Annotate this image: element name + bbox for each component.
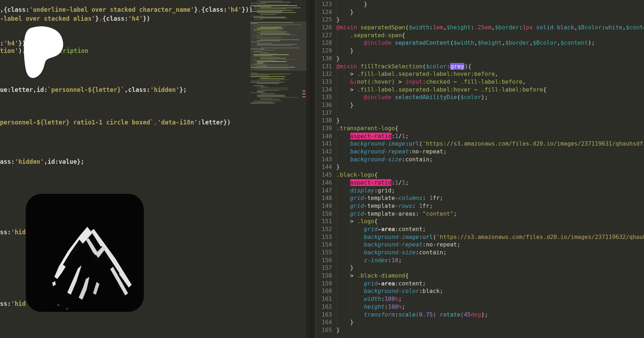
code-text[interactable]: width:100%;	[336, 295, 402, 303]
code-text[interactable]: @include separatedContent($width,$height…	[336, 39, 595, 47]
code-line[interactable]: -label over stacked alias'},{class:'h4'}…	[0, 15, 150, 23]
code-text[interactable]: @mixin fillTrackSelection($color:grey){	[336, 63, 472, 70]
code-text[interactable]: z-index:10;	[336, 256, 402, 264]
code-line[interactable]: 141 background-image:url('https://s3.ama…	[316, 140, 644, 148]
code-text[interactable]: }	[336, 101, 353, 109]
code-line[interactable]: ue:letter,id:`personnel-${letter}`,class…	[0, 86, 187, 94]
code-line[interactable]: 155 background-size:contain;	[316, 249, 644, 256]
code-text[interactable]: background-image:url('https://s3.amazona…	[336, 140, 644, 148]
pane-divider[interactable]	[306, 0, 316, 338]
code-line[interactable]: 157 }	[316, 264, 644, 272]
code-text[interactable]: }	[336, 326, 340, 334]
code-line[interactable]: 139.transparent-logo{	[316, 124, 644, 132]
code-line[interactable]: 158 > .black-diamond{	[316, 272, 644, 280]
right-editor-pane[interactable]: 123 }124 }125}126@mixin separatedSpan($w…	[316, 0, 644, 338]
code-line[interactable]: 163 transform:scale(0.75) rotate(45deg);	[316, 311, 644, 319]
code-line[interactable]: 130}	[316, 55, 644, 63]
code-text[interactable]: .black-logo{	[336, 171, 378, 179]
code-line[interactable]: 131@mixin fillTrackSelection($color:grey…	[316, 63, 644, 70]
code-token: (	[450, 39, 454, 46]
code-line[interactable]: ss:'hid	[0, 228, 26, 236]
code-text[interactable]: @mixin separatedSpan($width:1em,$height:…	[336, 24, 644, 31]
code-line[interactable]: 161 width:100%;	[316, 295, 644, 303]
code-text[interactable]: @include selectedAbilityDie($color);	[336, 93, 488, 101]
code-line[interactable]: ,{class:'underline-label over stacked ch…	[0, 6, 253, 14]
code-line[interactable]: 149 grid-template-rows: 1fr;	[316, 202, 644, 210]
code-text[interactable]: grid-template-rows: 1fr;	[336, 202, 433, 210]
code-text[interactable]: background-size:contain;	[336, 156, 433, 163]
code-line[interactable]: 138}	[316, 117, 644, 124]
code-text[interactable]: background-repeat:no-repeat;	[336, 148, 447, 156]
code-line[interactable]: 162 height:100%;	[316, 303, 644, 311]
code-line[interactable]: 135 @include selectedAbilityDie($color);	[316, 93, 644, 101]
code-text[interactable]: background-repeat:no-repeat;	[336, 241, 460, 249]
code-line[interactable]: 123 }	[316, 0, 644, 8]
code-text[interactable]: grid-template-columns: 1fr;	[336, 194, 443, 202]
code-line[interactable]: 160 background-color:black;	[316, 287, 644, 295]
code-line[interactable]: 146 aspect-ratio:1/1;	[316, 179, 644, 187]
code-line[interactable]: 133 &:not(:hover) > input:checked ~ .fil…	[316, 78, 644, 86]
code-line[interactable]: 142 background-repeat:no-repeat;	[316, 148, 644, 156]
code-line[interactable]: 164 }	[316, 318, 644, 326]
code-text[interactable]: transform:scale(0.75) rotate(45deg);	[336, 311, 488, 319]
code-line[interactable]: 129 }	[316, 47, 644, 55]
code-line[interactable]: :'h4'})	[0, 39, 26, 47]
code-text[interactable]: }	[336, 117, 340, 124]
code-line[interactable]: 140 aspect-ratio:1/1;	[316, 132, 644, 140]
code-line[interactable]: ass:'hidden',id:value};	[0, 158, 84, 166]
line-number: 143	[316, 156, 332, 163]
code-line[interactable]: 144}	[316, 163, 644, 171]
code-line[interactable]: 153 background-image:url('https://s3.ama…	[316, 233, 644, 241]
code-line[interactable]: 148 grid-template-columns: 1fr;	[316, 194, 644, 202]
code-line[interactable]: 124 }	[316, 8, 644, 16]
code-text[interactable]: }	[336, 55, 340, 63]
code-text[interactable]: .separated-span{	[336, 31, 405, 39]
code-text[interactable]: grid-area:content;	[336, 280, 426, 288]
code-text[interactable]: }	[336, 47, 353, 55]
code-line[interactable]: 128 @include separatedContent($width,$he…	[316, 39, 644, 47]
code-line[interactable]: 152 grid-area:content;	[316, 225, 644, 233]
code-text[interactable]: }	[336, 264, 353, 272]
code-text[interactable]: > .fill-label.separated-label:hover ~ .f…	[336, 86, 547, 94]
code-line[interactable]: 143 background-size:contain;	[316, 156, 644, 163]
code-text[interactable]: }	[336, 163, 340, 171]
code-text[interactable]: background-color:black;	[336, 287, 443, 295]
code-text[interactable]: }	[336, 8, 353, 16]
code-text[interactable]: .transparent-logo{	[336, 124, 398, 132]
code-line[interactable]: 126@mixin separatedSpan($width:1em,$heig…	[316, 24, 644, 31]
code-line[interactable]: 127 .separated-span{	[316, 31, 644, 39]
code-text[interactable]: display:grid;	[336, 187, 395, 195]
code-line[interactable]: 125}	[316, 16, 644, 24]
code-text[interactable]: aspect-ratio:1/1;	[336, 179, 409, 187]
code-text[interactable]: background-size:contain;	[336, 249, 447, 256]
code-text[interactable]: }	[336, 0, 367, 8]
code-line[interactable]: 134 > .fill-label.separated-label:hover …	[316, 86, 644, 94]
code-text[interactable]: &:not(:hover) > input:checked ~ .fill-la…	[336, 78, 526, 86]
code-text[interactable]: > .black-diamond{	[336, 272, 409, 280]
code-line[interactable]: 136 }	[316, 101, 644, 109]
minimap[interactable]	[250, 0, 306, 107]
code-line[interactable]: 137	[316, 109, 644, 117]
code-text[interactable]: > .logo{	[336, 217, 378, 225]
code-line[interactable]: 159 grid-area:content;	[316, 280, 644, 288]
code-text[interactable]: background-image:url('https://s3.amazona…	[336, 233, 644, 241]
code-text[interactable]: grid-area:content;	[336, 225, 426, 233]
code-line[interactable]: 145.black-logo{	[316, 171, 644, 179]
code-line[interactable]: 156 z-index:10;	[316, 256, 644, 264]
code-line[interactable]: 165}	[316, 326, 644, 334]
code-token: grid	[364, 280, 378, 287]
code-line[interactable]: 150 grid-template-areas: "content";	[316, 210, 644, 218]
code-line[interactable]: 147 display:grid;	[316, 187, 644, 195]
code-line[interactable]: ss:'hid	[0, 300, 26, 308]
code-text[interactable]: > .fill-label.separated-label:hover:befo…	[336, 70, 498, 78]
code-text[interactable]: }	[336, 318, 353, 326]
scrollbar-track[interactable]	[310, 0, 313, 338]
code-line[interactable]: 151 > .logo{	[316, 217, 644, 225]
code-line[interactable]: 132 > .fill-label.separated-label:hover:…	[316, 70, 644, 78]
code-text[interactable]: aspect-ratio:1/1;	[336, 132, 409, 140]
code-text[interactable]: height:100%;	[336, 303, 405, 311]
code-line[interactable]: personnel-${letter} ratio1-1 circle boxe…	[0, 118, 231, 126]
code-line[interactable]: 154 background-repeat:no-repeat;	[316, 241, 644, 249]
code-text[interactable]: }	[336, 16, 340, 24]
code-text[interactable]: grid-template-areas: "content";	[336, 210, 457, 218]
